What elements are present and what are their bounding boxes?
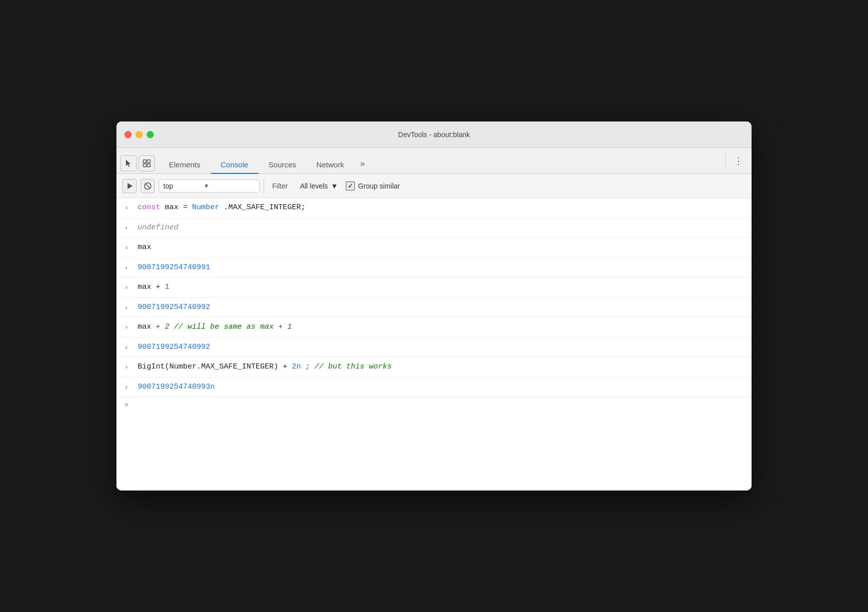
inspect-icon-btn[interactable] [139,155,155,171]
prompt-row[interactable]: > [116,397,752,413]
play-button[interactable] [122,179,137,193]
input-arrow-7[interactable]: › [125,322,133,333]
group-similar-checkbox[interactable]: ✓ [346,181,355,191]
tab-console[interactable]: Console [211,156,259,174]
context-arrow: ▼ [203,182,209,190]
console-row-2: ‹ undefined [116,218,752,238]
svg-rect-0 [143,160,146,163]
console-row-10: ‹ 9007199254740993n [116,378,752,398]
input-arrow-1[interactable]: › [125,202,133,213]
filter-label: Filter [268,180,292,192]
console-row-6: ‹ 9007199254740992 [116,298,752,318]
console-row-1: › const max = Number .MAX_SAFE_INTEGER; [116,198,752,218]
tab-elements[interactable]: Elements [159,156,211,174]
svg-rect-3 [147,164,150,167]
toolbar-separator [264,179,264,193]
tab-network[interactable]: Network [306,156,354,174]
input-arrow-3[interactable]: › [125,242,133,253]
code-1: const max = Number .MAX_SAFE_INTEGER; [138,202,743,214]
number-ref: Number [192,203,219,212]
svg-line-6 [145,183,150,189]
maximize-button[interactable] [147,131,154,138]
code-8: 9007199254740992 [138,342,743,353]
levels-selector[interactable]: All levels ▼ [296,180,342,192]
output-arrow-2: ‹ [125,222,133,233]
group-similar-toggle[interactable]: ✓ Group similar [346,181,400,191]
svg-rect-2 [143,164,146,167]
prompt-arrow: > [125,401,129,409]
output-arrow-8: ‹ [125,342,133,353]
tab-sources[interactable]: Sources [259,156,306,174]
devtools-menu-button[interactable]: ⋮ [730,153,748,168]
console-row-7: › max + 2 // will be same as max + 1 [116,318,752,338]
console-toolbar: top ▼ Filter All levels ▼ ✓ Group simila… [116,174,752,198]
code-3: max [138,242,743,254]
checkbox-checkmark: ✓ [348,182,353,190]
code-9: BigInt(Number.MAX_SAFE_INTEGER) + 2n ; /… [138,361,743,373]
console-row-9: › BigInt(Number.MAX_SAFE_INTEGER) + 2n ;… [116,357,752,378]
tab-separator [725,154,726,168]
devtools-tabs: Elements Console Sources Network » [159,148,721,173]
traffic-lights [116,131,154,138]
titlebar: DevTools - about:blank [116,121,752,148]
devtools-icons [120,155,155,173]
tab-more-button[interactable]: » [354,155,371,173]
console-row-8: ‹ 9007199254740992 [116,338,752,358]
input-arrow-9[interactable]: › [125,361,133,373]
devtools-tabbar: Elements Console Sources Network » ⋮ [116,148,752,174]
console-row-5: › max + 1 [116,278,752,298]
output-arrow-4: ‹ [125,262,133,273]
context-selector[interactable]: top ▼ [159,179,260,193]
code-7: max + 2 // will be same as max + 1 [138,322,743,333]
console-row-3: › max [116,238,752,258]
close-button[interactable] [125,131,132,138]
console-content: › const max = Number .MAX_SAFE_INTEGER; … [116,198,752,491]
levels-arrow: ▼ [331,182,338,190]
console-row-4: ‹ 9007199254740991 [116,258,752,278]
minimize-button[interactable] [136,131,143,138]
output-arrow-6: ‹ [125,302,133,313]
code-6: 9007199254740992 [138,302,743,314]
levels-label: All levels [300,182,328,190]
devtools-window: DevTools - about:blank Elements Console [116,121,752,491]
window-title: DevTools - about:blank [398,131,470,139]
code-10: 9007199254740993n [138,382,743,393]
svg-marker-4 [128,183,133,189]
input-arrow-5[interactable]: › [125,282,133,293]
context-value: top [163,182,173,190]
code-2: undefined [138,222,743,234]
clear-button[interactable] [141,179,155,193]
cursor-icon-btn[interactable] [120,155,137,171]
output-arrow-10: ‹ [125,382,133,393]
code-4: 9007199254740991 [138,262,743,274]
keyword-const: const [138,203,160,212]
group-similar-label: Group similar [358,182,400,190]
svg-rect-1 [147,160,150,163]
code-5: max + 1 [138,282,743,293]
